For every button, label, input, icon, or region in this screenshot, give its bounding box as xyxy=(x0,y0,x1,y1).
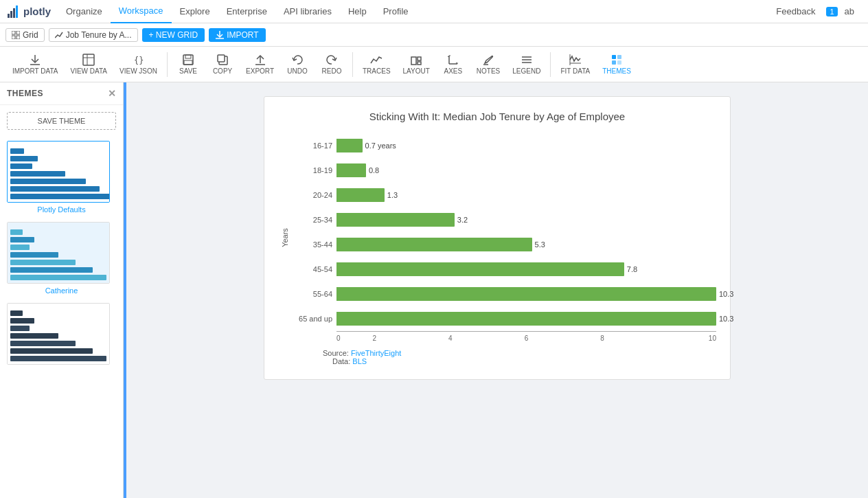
toolbar: IMPORT DATA VIEW DATA {} VIEW JSON SAVE … xyxy=(0,47,868,82)
tool-axes[interactable]: AXES xyxy=(437,51,470,78)
nav-profile[interactable]: Profile xyxy=(375,0,417,23)
grid-icon xyxy=(12,31,20,39)
bar-row-4: 35-445.3 xyxy=(292,232,716,257)
bar-track-3: 3.2 xyxy=(336,213,716,227)
sidebar-header: THEMES ✕ xyxy=(0,82,123,105)
chart-title: Sticking With It: Median Job Tenure by A… xyxy=(278,111,716,122)
nav-organize[interactable]: Organize xyxy=(58,0,111,23)
svg-rect-6 xyxy=(12,36,15,39)
theme-third[interactable] xyxy=(0,299,123,369)
chart-source: Source: FiveThirtyEight Data: BLS xyxy=(323,349,716,365)
bar-row-5: 45-547.8 xyxy=(292,257,716,282)
tool-notes[interactable]: NOTES xyxy=(471,51,505,78)
bar-value-3: 3.2 xyxy=(457,216,468,224)
y-axis-label: Years xyxy=(281,228,289,247)
tool-copy[interactable]: COPY xyxy=(206,51,239,78)
data-label: Data: xyxy=(323,357,350,365)
tool-import-data[interactable]: IMPORT DATA xyxy=(7,51,64,78)
bar-fill-6 xyxy=(336,287,716,301)
sidebar-close-button[interactable]: ✕ xyxy=(108,88,117,99)
undo-label: UNDO xyxy=(287,67,307,75)
import-label: IMPORT xyxy=(227,30,258,40)
nav-enterprise[interactable]: Enterprise xyxy=(218,0,275,23)
tool-save[interactable]: SAVE xyxy=(172,51,205,78)
theme-plotly-defaults[interactable]: Plotly Defaults xyxy=(0,137,123,218)
new-grid-button[interactable]: + NEW GRID xyxy=(142,28,205,42)
grid-button[interactable]: Grid xyxy=(5,28,45,42)
chart-title-button[interactable]: Job Tenure by A... xyxy=(49,28,138,42)
tool-undo[interactable]: UNDO xyxy=(281,51,314,78)
x-axis: 0 2 4 6 8 10 xyxy=(336,331,716,342)
notes-icon xyxy=(482,54,494,66)
source-link[interactable]: FiveThirtyEight xyxy=(351,349,401,357)
svg-rect-20 xyxy=(218,55,225,62)
bar-track-4: 5.3 xyxy=(336,238,716,251)
svg-rect-5 xyxy=(16,31,20,34)
nav-help[interactable]: Help xyxy=(340,0,375,23)
theme-plotly-defaults-preview xyxy=(7,141,110,203)
svg-rect-25 xyxy=(418,62,421,65)
nav-notification-badge: 1 xyxy=(826,7,837,16)
bar-label-2: 20-24 xyxy=(292,191,336,199)
tool-view-json[interactable]: {} VIEW JSON xyxy=(114,51,163,78)
source-label: Source: xyxy=(323,349,349,357)
layout-icon xyxy=(410,54,422,66)
tool-themes[interactable]: THEMES xyxy=(597,51,637,78)
theme-third-preview xyxy=(7,303,110,365)
top-nav: plotly Organize Workspace Explore Enterp… xyxy=(0,0,868,23)
notes-label: NOTES xyxy=(477,67,500,75)
theme-catherine[interactable]: Catherine xyxy=(0,218,123,299)
bar-fill-5 xyxy=(336,262,624,276)
bar-fill-2 xyxy=(336,188,385,202)
svg-rect-18 xyxy=(184,60,192,65)
undo-icon xyxy=(291,54,304,66)
bar-chart: 16-170.7 years18-190.820-241.325-343.235… xyxy=(292,133,716,331)
tool-export[interactable]: EXPORT xyxy=(240,51,279,78)
svg-rect-38 xyxy=(612,55,616,59)
bar-value-7: 10.3 xyxy=(719,315,733,323)
traces-icon xyxy=(370,54,382,66)
bar-row-1: 18-190.8 xyxy=(292,158,716,183)
save-theme-button[interactable]: SAVE THEME xyxy=(7,112,116,130)
nav-explore[interactable]: Explore xyxy=(172,0,218,23)
bar-track-7: 10.3 xyxy=(336,312,716,326)
tool-fit-data[interactable]: FIT DATA xyxy=(555,51,595,78)
bar-label-1: 18-19 xyxy=(292,166,336,174)
data-link[interactable]: BLS xyxy=(352,357,367,365)
sidebar-title: THEMES xyxy=(7,89,43,98)
bar-value-2: 1.3 xyxy=(387,191,398,199)
copy-icon xyxy=(216,54,229,66)
line-chart-icon xyxy=(55,31,63,39)
themes-sidebar: THEMES ✕ SAVE THEME Plotly Defaults xyxy=(0,82,124,498)
nav-user-abbr[interactable]: ab xyxy=(838,6,861,16)
nav-feedback[interactable]: Feedback xyxy=(768,0,823,23)
theme-catherine-name: Catherine xyxy=(7,286,116,295)
tool-redo[interactable]: REDO xyxy=(315,51,348,78)
tool-traces[interactable]: TRACES xyxy=(357,51,396,78)
legend-icon xyxy=(521,54,533,66)
nav-workspace[interactable]: Workspace xyxy=(111,0,172,23)
import-button[interactable]: IMPORT xyxy=(209,28,265,42)
bar-label-0: 16-17 xyxy=(292,142,336,150)
chart-title-label: Job Tenure by A... xyxy=(66,30,132,40)
bar-fill-3 xyxy=(336,213,455,227)
toolbar-sep-2 xyxy=(352,52,353,77)
tool-layout[interactable]: LAYOUT xyxy=(398,51,435,78)
tool-view-data[interactable]: VIEW DATA xyxy=(65,51,113,78)
toolbar-sep-1 xyxy=(167,52,168,77)
bar-row-3: 25-343.2 xyxy=(292,207,716,232)
bar-track-5: 7.8 xyxy=(336,262,716,276)
import-data-icon xyxy=(29,54,41,66)
tool-legend[interactable]: LEGEND xyxy=(507,51,546,78)
logo[interactable]: plotly xyxy=(7,5,51,19)
export-label: EXPORT xyxy=(246,67,274,75)
second-bar: Grid Job Tenure by A... + NEW GRID IMPOR… xyxy=(0,23,868,47)
svg-text:{}: {} xyxy=(134,56,144,65)
svg-rect-41 xyxy=(617,60,621,65)
bar-label-7: 65 and up xyxy=(292,315,336,323)
nav-api-libraries[interactable]: API libraries xyxy=(275,0,340,23)
bar-label-3: 25-34 xyxy=(292,216,336,224)
bar-fill-4 xyxy=(336,238,532,251)
traces-label: TRACES xyxy=(363,67,391,75)
svg-rect-40 xyxy=(612,60,616,65)
